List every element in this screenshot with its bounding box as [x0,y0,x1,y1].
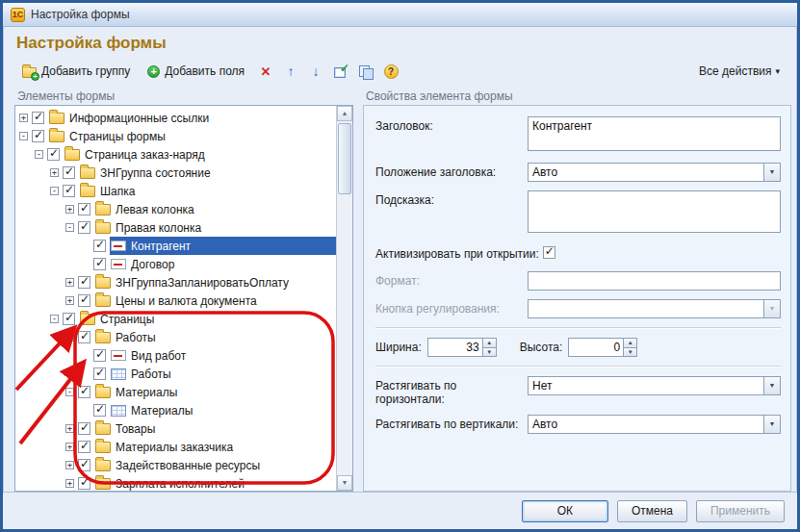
tree-item[interactable]: -Материалы [15,383,336,401]
tree-item[interactable]: -Страницы формы [15,127,336,145]
add-group-button[interactable]: + Добавить группу [14,61,138,82]
header-input[interactable]: Контрагент [528,116,781,151]
tree-item-selection-zone[interactable]: Вид работ [110,346,336,365]
ok-button[interactable]: ОК [522,500,608,522]
tree-item[interactable]: +Левая колонка [15,200,336,218]
spin-up-icon[interactable]: ▲ [483,339,496,347]
dropdown-arrow-icon[interactable]: ▼ [763,416,780,433]
collapse-icon[interactable]: - [19,132,28,140]
tree-item[interactable]: +Договор [15,255,336,273]
tree-item[interactable]: -Шапка [15,182,336,200]
move-up-button[interactable]: ↑ [279,61,302,82]
tree-item-checkbox[interactable] [78,459,90,471]
tree-item-checkbox[interactable] [78,294,90,307]
tree-item-checkbox[interactable] [78,221,90,234]
cancel-button[interactable]: Отмена [617,500,687,522]
collapse-icon[interactable]: - [35,150,43,159]
tree-item-checkbox[interactable] [63,313,75,325]
tree-item-checkbox[interactable] [78,276,90,289]
tree-item[interactable]: -Правая колонка [15,218,336,237]
collapse-icon[interactable]: - [65,388,74,396]
add-fields-button[interactable]: + Добавить поля [140,61,252,82]
tree-item-selection-zone[interactable]: Товары [94,419,336,438]
tree-item[interactable]: +Зарплата исполнителей [15,474,336,491]
activate-on-open-checkbox[interactable] [543,246,555,259]
height-input[interactable] [569,339,623,356]
collapse-icon[interactable]: - [50,315,59,323]
tree-item-checkbox[interactable] [32,112,44,124]
move-down-button[interactable]: ↓ [304,61,327,82]
scroll-up-button[interactable]: ▲ [337,106,352,121]
header-position-select[interactable]: Авто ▼ [528,163,781,182]
tree-item-selection-zone[interactable]: Договор [110,255,336,273]
expand-icon[interactable]: + [65,479,74,488]
tree-item-selection-zone[interactable]: Работы [94,328,336,346]
tree-item[interactable]: +ЗНГруппа состояние [15,164,336,182]
window-titlebar[interactable]: 1С Настройка формы [3,3,797,27]
delete-button[interactable]: ✕ [254,61,277,82]
tree-scrollbar[interactable]: ▲ ▼ [336,106,352,491]
tree-item-selection-zone[interactable]: Шапка [79,182,336,200]
tree-item-checkbox[interactable] [47,148,60,161]
expand-icon[interactable]: + [65,296,74,305]
tree-item-checkbox[interactable] [93,258,106,270]
tree-item-selection-zone[interactable]: Страницы формы [48,127,336,145]
tree-item[interactable]: -Страница заказ-наряд [15,145,336,164]
all-actions-button[interactable]: Все действия ▾ [693,62,786,81]
apply-settings-button[interactable] [329,61,352,82]
tree-item[interactable]: +Материалы заказчика [15,438,336,456]
help-button[interactable]: ? [379,61,402,82]
tree-item-checkbox[interactable] [78,203,90,215]
tree-item[interactable]: -Страницы [15,310,336,328]
spin-up-icon[interactable]: ▲ [624,339,636,347]
stretch-horizontal-select[interactable]: Нет ▼ [528,376,781,395]
scrollbar-track[interactable] [337,121,352,475]
tree-item[interactable]: -Работы [15,328,336,346]
tree-item-checkbox[interactable] [32,130,44,142]
tree-item-checkbox[interactable] [78,441,90,453]
collapse-icon[interactable]: - [65,333,74,342]
tree-item-selection-zone[interactable]: Материалы заказчика [94,438,336,456]
tree-item[interactable]: +ЗНГруппаЗапланироватьОплату [15,273,336,291]
tree-item[interactable]: +Товары [15,419,336,438]
tree-item-checkbox[interactable] [93,240,106,252]
tree-item[interactable]: +Вид работ [15,346,336,365]
stretch-vertical-select[interactable]: Авто ▼ [528,415,781,434]
tree-item-selection-zone[interactable]: Информационные ссылки [48,109,336,127]
tree-item-checkbox[interactable] [93,349,106,362]
spin-down-icon[interactable]: ▼ [624,347,636,357]
tree-item[interactable]: +Задействованные ресурсы [15,456,336,474]
expand-icon[interactable]: + [65,461,74,469]
tree-item-checkbox[interactable] [78,331,90,343]
expand-icon[interactable]: + [65,278,74,287]
tree-item-selection-zone[interactable]: Работы [110,365,336,383]
tooltip-input[interactable] [528,190,781,233]
dropdown-arrow-icon[interactable]: ▼ [763,377,780,394]
tree-item[interactable]: +Цены и валюта документа [15,291,336,310]
tree-item[interactable]: +Контрагент [15,237,336,255]
tree-item-selection-zone[interactable]: Контрагент [110,237,336,255]
tree-item-selection-zone[interactable]: Материалы [110,401,336,419]
tree-item-selection-zone[interactable]: Страницы [79,310,336,328]
dropdown-arrow-icon[interactable]: ▼ [763,164,780,181]
width-stepper[interactable]: ▲ ▼ [427,338,497,357]
tree-item-checkbox[interactable] [63,185,75,197]
tree-item-checkbox[interactable] [63,166,75,179]
tree-item-checkbox[interactable] [93,404,106,417]
tree-item-checkbox[interactable] [78,422,90,435]
tree-item-selection-zone[interactable]: Зарплата исполнителей [94,474,336,491]
tree-item-selection-zone[interactable]: Левая колонка [94,200,336,218]
tree-item-selection-zone[interactable]: Страница заказ-наряд [64,145,336,164]
spin-down-icon[interactable]: ▼ [483,347,496,357]
tree-item-selection-zone[interactable]: Правая колонка [94,218,336,237]
tree-item-selection-zone[interactable]: Цены и валюта документа [94,291,336,310]
tree-item-checkbox[interactable] [78,477,90,490]
tree-item-selection-zone[interactable]: Задействованные ресурсы [94,456,336,474]
tree-item-checkbox[interactable] [93,367,106,380]
expand-icon[interactable]: + [19,114,28,122]
tree-item-selection-zone[interactable]: ЗНГруппа состояние [79,164,336,182]
tree-item-selection-zone[interactable]: Материалы [94,383,336,401]
tree-item[interactable]: +Материалы [15,401,336,419]
scroll-down-button[interactable]: ▼ [337,475,352,491]
collapse-icon[interactable]: - [65,223,74,232]
